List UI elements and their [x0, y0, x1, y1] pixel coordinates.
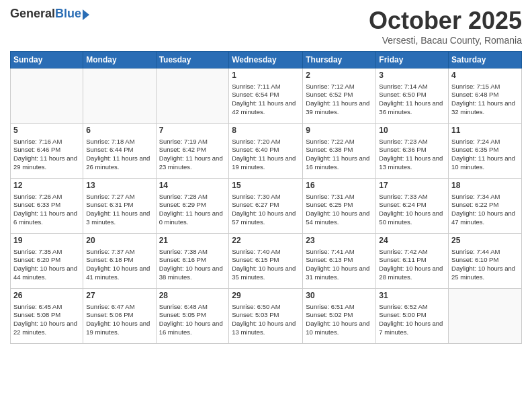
day-number: 13 [86, 181, 152, 191]
calendar-cell: 8Sunrise: 7:20 AM Sunset: 6:40 PM Daylig… [229, 124, 303, 179]
day-info: Sunrise: 7:38 AM Sunset: 6:16 PM Dayligh… [159, 248, 226, 282]
day-number: 9 [306, 126, 373, 136]
calendar-week-5: 26Sunrise: 6:45 AM Sunset: 5:08 PM Dayli… [11, 289, 522, 344]
day-number: 5 [13, 126, 80, 136]
day-number: 12 [13, 181, 80, 191]
day-info: Sunrise: 7:44 AM Sunset: 6:10 PM Dayligh… [451, 248, 519, 282]
calendar-header-sunday: Sunday [11, 52, 83, 68]
day-number: 10 [379, 126, 445, 136]
calendar-week-3: 12Sunrise: 7:26 AM Sunset: 6:33 PM Dayli… [11, 179, 522, 234]
calendar-cell: 31Sunrise: 6:52 AM Sunset: 5:00 PM Dayli… [376, 289, 449, 344]
day-number: 29 [232, 291, 300, 302]
calendar-cell: 24Sunrise: 7:42 AM Sunset: 6:11 PM Dayli… [376, 234, 449, 289]
calendar-cell: 25Sunrise: 7:44 AM Sunset: 6:10 PM Dayli… [449, 234, 522, 289]
day-info: Sunrise: 7:22 AM Sunset: 6:38 PM Dayligh… [306, 138, 373, 172]
day-info: Sunrise: 7:12 AM Sunset: 6:52 PM Dayligh… [306, 83, 373, 117]
calendar-week-4: 19Sunrise: 7:35 AM Sunset: 6:20 PM Dayli… [11, 234, 522, 289]
logo: General Blue [10, 7, 89, 21]
day-number: 19 [13, 236, 80, 246]
day-number: 4 [451, 71, 519, 81]
day-number: 30 [306, 291, 373, 302]
calendar-header-wednesday: Wednesday [229, 52, 303, 68]
day-info: Sunrise: 7:11 AM Sunset: 6:54 PM Dayligh… [232, 83, 300, 117]
logo-blue: Blue [55, 7, 81, 21]
day-info: Sunrise: 7:41 AM Sunset: 6:13 PM Dayligh… [306, 248, 373, 282]
calendar-week-2: 5Sunrise: 7:16 AM Sunset: 6:46 PM Daylig… [11, 124, 522, 179]
main-container: General Blue October 2025 Versesti, Baca… [0, 0, 532, 411]
calendar-cell: 1Sunrise: 7:11 AM Sunset: 6:54 PM Daylig… [229, 68, 303, 124]
day-number: 8 [232, 126, 300, 136]
day-info: Sunrise: 6:45 AM Sunset: 5:08 PM Dayligh… [13, 303, 80, 337]
day-info: Sunrise: 7:42 AM Sunset: 6:11 PM Dayligh… [379, 248, 445, 282]
calendar-cell: 28Sunrise: 6:48 AM Sunset: 5:05 PM Dayli… [156, 289, 229, 344]
day-number: 15 [232, 181, 300, 191]
calendar-cell: 3Sunrise: 7:14 AM Sunset: 6:50 PM Daylig… [376, 68, 449, 124]
day-number: 20 [86, 236, 152, 246]
day-info: Sunrise: 7:33 AM Sunset: 6:24 PM Dayligh… [379, 193, 445, 227]
calendar-cell: 9Sunrise: 7:22 AM Sunset: 6:38 PM Daylig… [303, 124, 376, 179]
calendar-cell: 16Sunrise: 7:31 AM Sunset: 6:25 PM Dayli… [303, 179, 376, 234]
day-info: Sunrise: 7:24 AM Sunset: 6:35 PM Dayligh… [451, 138, 519, 172]
calendar-cell: 6Sunrise: 7:18 AM Sunset: 6:44 PM Daylig… [83, 124, 156, 179]
day-info: Sunrise: 7:26 AM Sunset: 6:33 PM Dayligh… [13, 193, 80, 227]
day-info: Sunrise: 7:16 AM Sunset: 6:46 PM Dayligh… [13, 138, 80, 172]
calendar-cell: 29Sunrise: 6:50 AM Sunset: 5:03 PM Dayli… [229, 289, 303, 344]
title-section: October 2025 Versesti, Bacau County, Rom… [369, 7, 522, 46]
day-info: Sunrise: 7:18 AM Sunset: 6:44 PM Dayligh… [86, 138, 152, 172]
logo-text: General Blue [10, 7, 89, 21]
day-number: 25 [451, 236, 519, 246]
calendar-header-thursday: Thursday [303, 52, 376, 68]
calendar-cell: 12Sunrise: 7:26 AM Sunset: 6:33 PM Dayli… [11, 179, 83, 234]
day-number: 23 [306, 236, 373, 246]
logo-arrow-icon [83, 9, 89, 20]
day-info: Sunrise: 7:37 AM Sunset: 6:18 PM Dayligh… [86, 248, 152, 282]
day-number: 6 [86, 126, 152, 136]
calendar-cell: 22Sunrise: 7:40 AM Sunset: 6:15 PM Dayli… [229, 234, 303, 289]
day-number: 7 [159, 126, 226, 136]
calendar-cell: 27Sunrise: 6:47 AM Sunset: 5:06 PM Dayli… [83, 289, 156, 344]
day-number: 31 [379, 291, 445, 302]
day-number: 3 [379, 71, 445, 81]
calendar-cell: 18Sunrise: 7:34 AM Sunset: 6:22 PM Dayli… [449, 179, 522, 234]
calendar-cell: 11Sunrise: 7:24 AM Sunset: 6:35 PM Dayli… [449, 124, 522, 179]
day-info: Sunrise: 6:47 AM Sunset: 5:06 PM Dayligh… [86, 303, 152, 337]
calendar-cell [83, 68, 156, 124]
calendar-table: SundayMondayTuesdayWednesdayThursdayFrid… [10, 51, 522, 344]
calendar-cell: 26Sunrise: 6:45 AM Sunset: 5:08 PM Dayli… [11, 289, 83, 344]
day-number: 2 [306, 71, 373, 81]
day-number: 21 [159, 236, 226, 246]
calendar-cell: 15Sunrise: 7:30 AM Sunset: 6:27 PM Dayli… [229, 179, 303, 234]
calendar-week-1: 1Sunrise: 7:11 AM Sunset: 6:54 PM Daylig… [11, 68, 522, 124]
month-title: October 2025 [369, 7, 522, 35]
day-number: 1 [232, 71, 300, 81]
day-info: Sunrise: 6:51 AM Sunset: 5:02 PM Dayligh… [306, 303, 373, 337]
day-info: Sunrise: 6:52 AM Sunset: 5:00 PM Dayligh… [379, 303, 445, 337]
calendar-header-friday: Friday [376, 52, 449, 68]
calendar-cell [156, 68, 229, 124]
calendar-cell: 10Sunrise: 7:23 AM Sunset: 6:36 PM Dayli… [376, 124, 449, 179]
day-info: Sunrise: 7:30 AM Sunset: 6:27 PM Dayligh… [232, 193, 300, 227]
calendar-cell [449, 289, 522, 344]
calendar-cell: 19Sunrise: 7:35 AM Sunset: 6:20 PM Dayli… [11, 234, 83, 289]
day-info: Sunrise: 7:31 AM Sunset: 6:25 PM Dayligh… [306, 193, 373, 227]
day-number: 24 [379, 236, 445, 246]
calendar-header-monday: Monday [83, 52, 156, 68]
day-info: Sunrise: 7:14 AM Sunset: 6:50 PM Dayligh… [379, 83, 445, 117]
calendar-cell: 21Sunrise: 7:38 AM Sunset: 6:16 PM Dayli… [156, 234, 229, 289]
calendar-cell: 14Sunrise: 7:28 AM Sunset: 6:29 PM Dayli… [156, 179, 229, 234]
day-number: 14 [159, 181, 226, 191]
day-info: Sunrise: 7:40 AM Sunset: 6:15 PM Dayligh… [232, 248, 300, 282]
calendar-cell: 5Sunrise: 7:16 AM Sunset: 6:46 PM Daylig… [11, 124, 83, 179]
day-info: Sunrise: 7:15 AM Sunset: 6:48 PM Dayligh… [451, 83, 519, 117]
day-info: Sunrise: 7:28 AM Sunset: 6:29 PM Dayligh… [159, 193, 226, 227]
day-info: Sunrise: 7:35 AM Sunset: 6:20 PM Dayligh… [13, 248, 80, 282]
day-info: Sunrise: 6:48 AM Sunset: 5:05 PM Dayligh… [159, 303, 226, 337]
calendar-header-tuesday: Tuesday [156, 52, 229, 68]
calendar-cell: 2Sunrise: 7:12 AM Sunset: 6:52 PM Daylig… [303, 68, 376, 124]
day-info: Sunrise: 7:34 AM Sunset: 6:22 PM Dayligh… [451, 193, 519, 227]
day-number: 27 [86, 291, 152, 302]
day-info: Sunrise: 7:23 AM Sunset: 6:36 PM Dayligh… [379, 138, 445, 172]
day-info: Sunrise: 7:20 AM Sunset: 6:40 PM Dayligh… [232, 138, 300, 172]
day-number: 11 [451, 126, 519, 136]
header: General Blue October 2025 Versesti, Baca… [10, 7, 522, 46]
